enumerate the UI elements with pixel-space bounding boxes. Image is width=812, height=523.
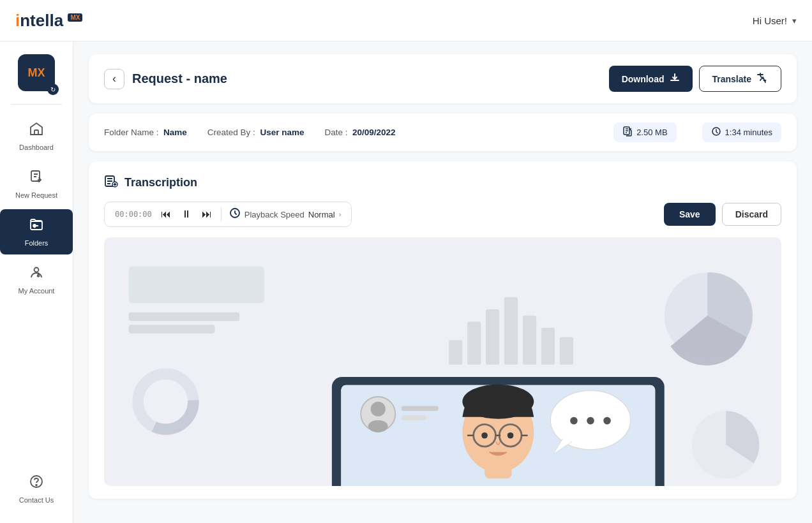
video-illustration: 2:14 6:00 [104,237,781,486]
avatar-text: MX [28,66,45,80]
svg-rect-13 [129,266,264,303]
player-actions: Save Discard [664,203,781,226]
svg-rect-16 [449,340,462,365]
file-size-badge: 2.50 MB [613,122,676,142]
sidebar-item-new-request-label: New Request [15,191,57,199]
player-time: 00:00:00 [115,210,152,219]
svg-rect-52 [402,406,439,411]
svg-point-4 [34,268,39,272]
svg-point-50 [371,402,386,416]
svg-point-46 [570,417,578,425]
translate-label: Translate [712,74,751,84]
svg-rect-53 [402,415,426,420]
player-controls: 00:00:00 ⏮ ⏸ ⏭ Playback Speed Normal [104,202,352,227]
transcription-title: Transcription [104,174,781,191]
sidebar-item-dashboard-label: Dashboard [19,144,54,151]
avatar[interactable]: MX ↻ [18,54,55,91]
back-icon: ‹ [112,72,116,85]
svg-point-6 [36,485,37,486]
chevron-down-icon: ▾ [792,16,797,26]
svg-point-43 [481,432,488,439]
logo: intella MX [15,11,82,31]
download-icon [670,73,680,85]
save-button[interactable]: Save [664,203,716,226]
translate-icon [756,72,768,85]
transcription-heading: Transcription [124,176,197,189]
svg-rect-18 [486,309,499,365]
discard-button[interactable]: Discard [722,203,781,226]
svg-point-44 [508,432,514,439]
page-title: Request - name [132,71,227,86]
svg-rect-20 [523,316,536,365]
contact-icon [29,474,44,493]
content-area: ‹ Request - name Download Translate [73,41,812,523]
playback-icon [229,207,241,221]
playback-speed-label: Playback Speed [244,210,304,219]
file-size-icon [622,126,633,138]
meta-bar: Folder Name : Name Created By : User nam… [89,114,797,151]
playback-speed-value: Normal [308,210,335,219]
transcription-icon [104,174,118,191]
duration-value: 1:34 minutes [725,128,772,137]
skip-forward-button[interactable]: ⏭ [200,209,213,220]
sidebar-item-account-label: My Account [19,287,55,295]
sidebar-item-dashboard[interactable]: Dashboard [0,114,73,159]
folders-icon [29,217,44,236]
user-greeting: Hi User! [753,15,787,26]
main-layout: MX ↻ Dashboard New Reques [0,41,812,523]
page-title-area: ‹ Request - name [104,69,227,89]
sidebar-divider [11,104,62,105]
svg-rect-15 [129,325,215,334]
svg-rect-22 [560,337,573,364]
illustration-svg: 2:14 6:00 [104,237,781,486]
download-label: Download [622,74,665,84]
clock-icon [711,126,721,138]
back-button[interactable]: ‹ [104,69,124,89]
created-by-meta: Created By : User name [207,128,304,137]
skip-back-button[interactable]: ⏮ [160,209,172,220]
date-meta: Date : 20/09/2022 [324,128,395,137]
pause-button[interactable]: ⏸ [180,209,193,220]
sidebar: MX ↻ Dashboard New Reques [0,41,73,523]
svg-rect-0 [34,130,38,135]
transcription-panel: Transcription 00:00:00 ⏮ ⏸ ⏭ [89,161,797,499]
player-row: 00:00:00 ⏮ ⏸ ⏭ Playback Speed Normal [104,202,781,227]
dashboard-icon [29,121,44,140]
sidebar-item-folders-label: Folders [25,239,49,247]
folder-name-meta: Folder Name : Name [104,128,187,137]
svg-rect-21 [541,328,555,365]
svg-rect-19 [504,297,518,365]
sidebar-item-contact-label: Contact Us [19,496,54,504]
refresh-icon: ↻ [47,84,59,95]
file-size-value: 2.50 MB [636,128,667,137]
sidebar-item-my-account[interactable]: My Account [0,257,73,302]
logo-text: intella MX [15,11,82,31]
sidebar-item-new-request[interactable]: New Request [0,161,73,207]
page-header: ‹ Request - name Download Translate [89,54,797,103]
user-menu[interactable]: Hi User! ▾ [753,15,797,26]
sidebar-item-contact-us[interactable]: Contact Us [0,466,73,512]
playback-speed-control[interactable]: Playback Speed Normal › [221,207,342,221]
account-icon [29,265,44,284]
translate-button[interactable]: Translate [699,66,781,92]
svg-rect-17 [467,321,481,365]
svg-point-48 [603,417,611,425]
svg-rect-14 [129,313,240,321]
svg-point-47 [587,417,594,425]
sidebar-item-folders[interactable]: Folders [0,209,73,254]
svg-point-51 [368,420,388,432]
header-actions: Download Translate [609,66,781,92]
duration-badge: 1:34 minutes [702,122,781,142]
top-header: intella MX Hi User! ▾ [0,0,812,41]
new-request-icon [29,169,44,188]
download-button[interactable]: Download [609,66,693,92]
chevron-right-icon: › [339,210,342,218]
